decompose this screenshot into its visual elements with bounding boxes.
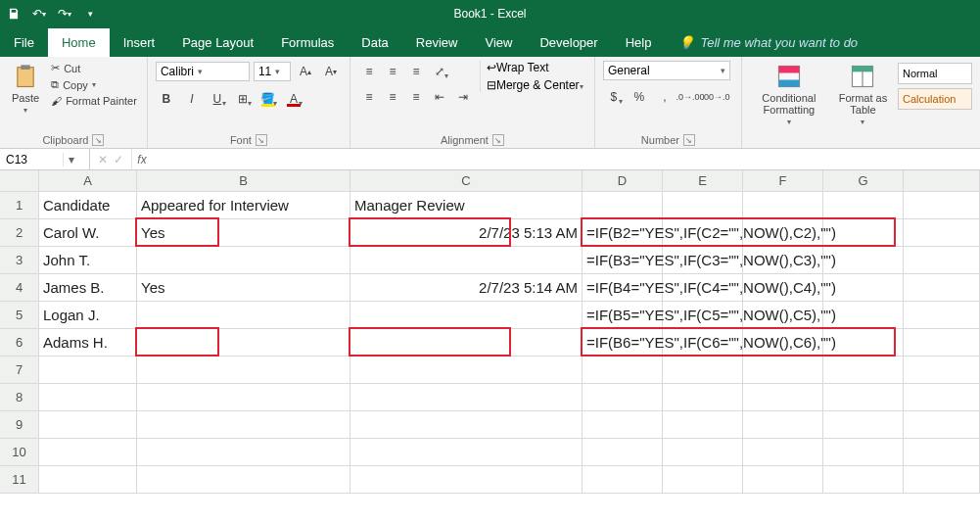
cell-H5[interactable] — [904, 302, 980, 329]
spreadsheet-grid[interactable]: A B C D E F G 1 Candidate Appeared for I… — [0, 170, 980, 494]
col-header-C[interactable]: C — [350, 170, 583, 192]
format-as-table-button[interactable]: Format as Table▾ — [834, 61, 892, 128]
col-header-E[interactable]: E — [663, 170, 743, 192]
enter-icon[interactable]: ✓ — [114, 153, 123, 166]
cell-A2[interactable]: Carol W. — [39, 219, 137, 247]
merge-center-button[interactable]: ⊟Merge & Center▾ — [487, 78, 583, 92]
row-header-2[interactable]: 2 — [0, 219, 39, 247]
style-normal[interactable]: Normal — [898, 63, 972, 84]
cell-B6[interactable] — [137, 329, 350, 357]
cell-D4[interactable]: =IF(B4="YES",IF(C4="",NOW(),C4),"") — [583, 274, 663, 302]
cell-C3[interactable] — [350, 247, 583, 274]
number-launcher[interactable]: ↘ — [683, 134, 695, 146]
cell-B1[interactable]: Appeared for Interview — [137, 192, 350, 219]
format-painter-button[interactable]: 🖌Format Painter — [49, 94, 139, 108]
copy-button[interactable]: ⧉Copy▾ — [49, 77, 139, 92]
col-header-G[interactable]: G — [823, 170, 904, 192]
cell-E5[interactable] — [663, 302, 743, 329]
tell-me[interactable]: 💡 Tell me what you want to do — [665, 28, 871, 57]
row-header-9[interactable]: 9 — [0, 411, 39, 439]
fill-color-button[interactable]: 🪣▾ — [257, 88, 279, 110]
cell-G4[interactable] — [823, 274, 904, 302]
col-header-B[interactable]: B — [137, 170, 350, 192]
cell-D2[interactable]: =IF(B2="YES",IF(C2="",NOW(),C2),"") — [583, 219, 663, 247]
cell-G5[interactable] — [823, 302, 904, 329]
cell-B5[interactable] — [137, 302, 350, 329]
name-box-dropdown[interactable]: ▾ — [63, 153, 78, 166]
cell-F5[interactable] — [743, 302, 823, 329]
alignment-launcher[interactable]: ↘ — [492, 134, 504, 146]
cell-E3[interactable] — [663, 247, 743, 274]
cell-G3[interactable] — [823, 247, 904, 274]
borders-button[interactable]: ⊞▾ — [232, 88, 254, 110]
decrease-indent-button[interactable]: ⇤ — [429, 86, 450, 108]
col-header-D[interactable]: D — [583, 170, 663, 192]
style-calculation[interactable]: Calculation — [898, 88, 972, 110]
undo-icon[interactable]: ↶▾ — [29, 4, 49, 24]
currency-button[interactable]: $▾ — [603, 86, 625, 108]
align-right-button[interactable]: ≡ — [405, 86, 427, 108]
cell-H6[interactable] — [904, 329, 980, 357]
align-middle-button[interactable]: ≡ — [382, 61, 403, 82]
cell-G1[interactable] — [823, 192, 904, 219]
cell-H2[interactable] — [904, 219, 980, 247]
align-top-button[interactable]: ≡ — [358, 61, 380, 82]
cell-C1[interactable]: Manager Review — [350, 192, 583, 219]
cell-A3[interactable]: John T. — [39, 247, 137, 274]
cell-E1[interactable] — [663, 192, 743, 219]
fx-icon[interactable]: fx — [132, 149, 152, 169]
col-header-H[interactable] — [904, 170, 980, 192]
name-box[interactable]: ▾ — [0, 149, 90, 169]
font-launcher[interactable]: ↘ — [256, 134, 267, 146]
decrease-decimal-button[interactable]: .00→.0 — [705, 86, 726, 108]
row-header-11[interactable]: 11 — [0, 466, 39, 494]
tab-file[interactable]: File — [0, 28, 48, 57]
row-header-3[interactable]: 3 — [0, 247, 39, 274]
cancel-icon[interactable]: ✕ — [98, 153, 108, 166]
clipboard-launcher[interactable]: ↘ — [92, 134, 104, 146]
increase-font-button[interactable]: A▴ — [295, 61, 316, 82]
comma-button[interactable]: , — [654, 86, 676, 108]
font-color-button[interactable]: A▾ — [283, 88, 304, 110]
cell-D6[interactable]: =IF(B6="YES",IF(C6="",NOW(),C6),"") — [583, 329, 663, 357]
paste-button[interactable]: Paste ▾ — [8, 61, 43, 117]
formula-input[interactable] — [152, 149, 980, 169]
row-header-7[interactable]: 7 — [0, 357, 39, 384]
bold-button[interactable]: B — [156, 88, 177, 110]
font-size-combo[interactable]: 11▾ — [254, 62, 291, 81]
cell-F3[interactable] — [743, 247, 823, 274]
wrap-text-button[interactable]: ↩Wrap Text — [487, 61, 583, 74]
cell-A5[interactable]: Logan J. — [39, 302, 137, 329]
cell-A1[interactable]: Candidate — [39, 192, 137, 219]
tab-help[interactable]: Help — [612, 28, 666, 57]
cell-D3[interactable]: =IF(B3="YES",IF(C3="",NOW(),C3),"") — [583, 247, 663, 274]
cell-D5[interactable]: =IF(B5="YES",IF(C5="",NOW(),C5),"") — [583, 302, 663, 329]
cell-C4[interactable]: 2/7/23 5:14 AM — [350, 274, 583, 302]
cell-H4[interactable] — [904, 274, 980, 302]
decrease-font-button[interactable]: A▾ — [320, 61, 342, 82]
underline-button[interactable]: U▾ — [207, 88, 228, 110]
increase-decimal-button[interactable]: .0→.00 — [679, 86, 701, 108]
tab-home[interactable]: Home — [48, 28, 110, 57]
cell-H3[interactable] — [904, 247, 980, 274]
cell-B2[interactable]: Yes — [137, 219, 350, 247]
cell-H1[interactable] — [904, 192, 980, 219]
tab-formulas[interactable]: Formulas — [267, 28, 348, 57]
col-header-A[interactable]: A — [39, 170, 137, 192]
cell-D1[interactable] — [583, 192, 663, 219]
row-header-10[interactable]: 10 — [0, 439, 39, 466]
row-header-4[interactable]: 4 — [0, 274, 39, 302]
name-box-input[interactable] — [0, 153, 63, 166]
select-all-corner[interactable] — [0, 170, 39, 192]
align-left-button[interactable]: ≡ — [358, 86, 380, 108]
redo-icon[interactable]: ↷▾ — [55, 4, 74, 24]
cell-C5[interactable] — [350, 302, 583, 329]
row-header-5[interactable]: 5 — [0, 302, 39, 329]
font-name-combo[interactable]: Calibri▾ — [156, 62, 250, 81]
align-bottom-button[interactable]: ≡ — [405, 61, 427, 82]
percent-button[interactable]: % — [629, 86, 650, 108]
orientation-button[interactable]: ⤢▾ — [429, 61, 450, 82]
col-header-F[interactable]: F — [743, 170, 823, 192]
cell-A6[interactable]: Adams H. — [39, 329, 137, 357]
cell-A4[interactable]: James B. — [39, 274, 137, 302]
